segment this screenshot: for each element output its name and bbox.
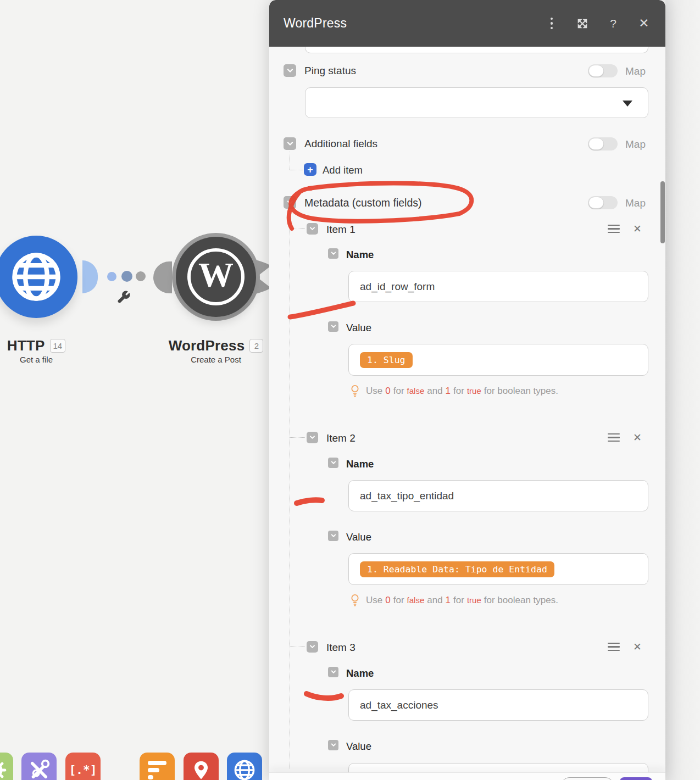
dock-flow-control-icon[interactable] [140,753,175,780]
wordpress-logo-icon: W [187,248,245,305]
ping-status-map-toggle[interactable] [588,64,618,77]
flow-bars-icon [148,761,166,779]
item3-remove-button[interactable]: ✕ [633,642,642,652]
panel-scrollbar[interactable] [660,181,665,243]
item2-value-tag[interactable]: 1. Readable Data: Tipo de Entidad [360,561,554,577]
wordpress-node-name: WordPress [169,337,245,354]
item3-name-checkbox[interactable] [328,667,338,677]
panel-footer [269,772,665,780]
tree-connector [290,647,305,647]
item3-drag-handle[interactable] [608,643,620,651]
additional-fields-collapse-checkbox[interactable] [284,137,296,150]
boolean-hint: Use 0 for false and 1 for true for boole… [350,594,558,607]
additional-fields-label: Additional fields [304,138,377,150]
boolean-hint: Use 0 for false and 1 for true for boole… [350,385,558,398]
previous-field-partial[interactable] [305,47,648,53]
chevron-down-icon [331,461,336,465]
close-panel-button[interactable]: ✕ [637,16,651,31]
dock-http-icon[interactable] [227,753,262,780]
item3-value-label: Value [346,740,371,753]
item1-value-tag[interactable]: 1. Slug [360,352,413,368]
item2-name-checkbox[interactable] [328,458,338,468]
tree-connector [290,170,303,170]
globe-icon [233,759,256,780]
item1-name-checkbox[interactable] [328,248,338,259]
chevron-down-icon [309,645,315,649]
item1-collapse-checkbox[interactable] [307,223,318,235]
http-node-badge: 14 [50,339,66,353]
dock-gear-icon[interactable] [0,753,13,780]
item2-remove-button[interactable]: ✕ [633,432,642,443]
item1-value-checkbox[interactable] [328,321,338,332]
more-options-button[interactable] [545,16,559,31]
wordpress-module-node[interactable]: W [176,237,256,317]
item2-drag-handle[interactable] [608,433,620,442]
metadata-collapse-checkbox[interactable] [284,196,296,209]
http-node-name: HTTP [7,337,45,354]
expand-icon [576,18,588,30]
cancel-button[interactable] [560,777,614,780]
item1-name-label: Name [346,249,374,261]
metadata-label: Metadata (custom fields) [304,197,422,209]
add-item-button[interactable]: + [304,163,316,176]
chevron-down-icon [331,252,336,255]
chevron-down-icon [287,142,293,146]
http-node-subtitle: Get a file [0,355,97,364]
wordpress-node-subtitle: Create a Post [155,355,276,364]
wordpress-node-badge: 2 [249,339,263,353]
connection-dot [107,272,116,281]
chevron-down-icon [309,227,315,231]
item2-name-input[interactable]: ad_tax_tipo_entidad [348,480,648,511]
help-button[interactable]: ? [606,16,620,31]
connection-dot [136,271,146,281]
chevron-down-icon [623,101,632,107]
metadata-map-toggle[interactable] [588,196,618,209]
item3-collapse-checkbox[interactable] [307,641,318,653]
item1-label: Item 1 [326,224,355,236]
item2-name-label: Name [346,458,374,470]
http-node-label: HTTP 14 [0,337,97,354]
tree-connector [290,211,290,769]
lightbulb-icon [350,594,360,607]
ping-status-select[interactable] [305,87,648,118]
map-label: Map [625,65,646,77]
lightbulb-icon [350,385,360,398]
item1-drag-handle[interactable] [608,225,620,233]
item2-value-label: Value [346,531,371,543]
chevron-down-icon [287,200,293,205]
location-pin-icon [191,760,212,780]
ping-status-label: Ping status [304,65,356,77]
map-label: Map [625,138,646,151]
item2-collapse-checkbox[interactable] [307,432,318,443]
wordpress-input-connector [153,261,172,293]
http-module-node[interactable] [0,236,77,318]
item3-value-checkbox[interactable] [328,740,338,750]
additional-fields-map-toggle[interactable] [588,137,618,151]
tree-connector [290,437,305,438]
ping-status-collapse-checkbox[interactable] [284,64,296,77]
panel-title: WordPress [284,16,347,31]
tools-icon [27,759,51,780]
item2-value-checkbox[interactable] [328,531,338,541]
map-label: Map [625,197,646,209]
regex-icon: [.*] [69,764,97,777]
item1-value-input[interactable]: 1. Slug [348,344,648,376]
item1-remove-button[interactable]: ✕ [633,224,642,234]
panel-header: WordPress ? ✕ [269,0,665,47]
item2-label: Item 2 [326,432,355,444]
chevron-down-icon [287,69,293,73]
dock-tools-icon[interactable] [21,753,57,780]
connection-dot [121,271,132,282]
dock-text-parser-icon[interactable]: [.*] [65,753,101,780]
save-button[interactable] [620,777,652,780]
connection-wrench-icon[interactable] [116,290,131,304]
http-output-connector [82,260,98,293]
item3-name-input[interactable]: ad_tax_acciones [348,689,648,721]
wordpress-node-label: WordPress 2 [155,337,276,354]
item1-name-input[interactable]: ad_id_row_form [348,271,648,302]
dock-location-icon[interactable] [184,753,219,780]
expand-button[interactable] [575,16,590,31]
chevron-down-icon [331,743,336,747]
tree-connector [290,152,290,170]
item2-value-input[interactable]: 1. Readable Data: Tipo de Entidad [348,553,648,585]
